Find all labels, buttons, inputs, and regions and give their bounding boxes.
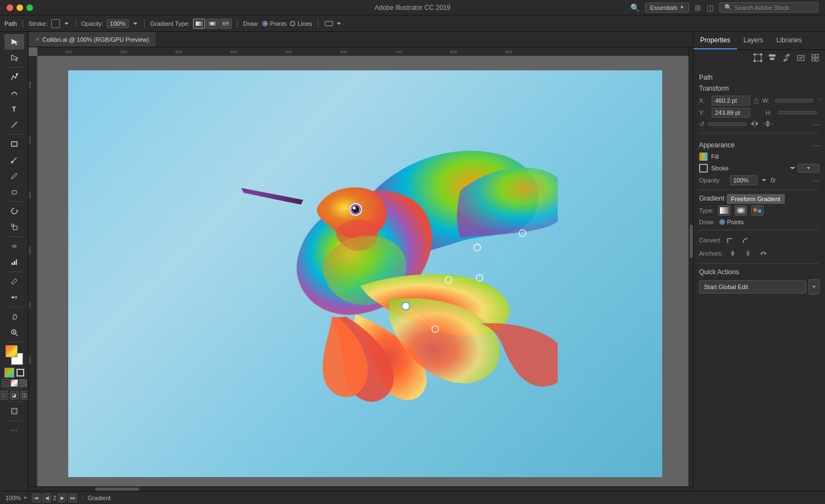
convert-anchor-corner-btn[interactable] [725,235,736,246]
artboard[interactable] [68,70,662,477]
panel-icon[interactable]: ◫ [707,3,714,12]
zoom-dropdown-icon[interactable] [23,496,28,500]
tab-close[interactable]: ✕ [35,36,40,42]
tab-properties[interactable]: Properties [694,32,737,49]
hand-tool[interactable] [4,309,24,324]
pen-tool[interactable] [4,69,24,85]
opacity-arrow-icon[interactable] [761,177,767,184]
scale-tool[interactable] [4,219,24,235]
points-radio[interactable] [262,21,268,26]
draw-inside-btn[interactable]: ◫ [20,391,29,400]
horizontal-scrollbar-thumb[interactable] [95,488,139,491]
link-icon[interactable] [781,52,792,63]
vertical-scrollbar[interactable] [689,47,693,491]
selection-tool[interactable] [4,34,24,49]
pattern-fill-btn[interactable] [19,379,27,387]
zoom-value[interactable]: 100% [6,495,21,501]
flip-horizontal-icon[interactable] [750,120,760,129]
appearance-more-btn[interactable]: ··· [813,141,820,149]
gradient-radial-btn[interactable] [206,19,218,29]
none-fill-btn[interactable]: ◻ [2,379,9,387]
gradient-linear-btn[interactable] [193,19,205,29]
appearance-more-2[interactable]: ··· [813,176,820,185]
stroke-options-icon[interactable] [789,165,796,171]
x-value[interactable]: 460.2 pt [712,96,750,106]
tab-layers[interactable]: Layers [737,32,770,49]
artboard-number[interactable]: 2 [53,495,56,501]
start-global-edit-button[interactable]: Start Global Edit [699,280,806,293]
h-value[interactable] [778,111,817,114]
fill-preview[interactable] [699,152,708,161]
nav-next-btn[interactable]: ▶ [58,494,67,502]
stroke-dropdown[interactable] [798,164,820,173]
flip-vertical-icon[interactable] [763,120,773,129]
rectangle-tool[interactable] [4,136,24,152]
rotate-value[interactable] [708,123,746,126]
nav-last-btn[interactable]: ⏭ [68,494,77,502]
remove-anchor-btn[interactable] [743,248,754,259]
global-edit-dropdown[interactable] [809,279,820,295]
zoom-tool[interactable] [4,325,24,340]
tab-libraries[interactable]: Libraries [770,32,809,49]
nav-first-btn[interactable]: ⏮ [32,494,41,502]
opacity-value[interactable]: 100% [107,19,129,28]
vertical-scrollbar-thumb[interactable] [690,225,693,258]
align-panel-icon[interactable] [767,52,778,63]
horizontal-scrollbar[interactable] [29,486,693,491]
curvature-tool[interactable] [4,85,24,101]
eyedropper-tool[interactable] [4,274,24,289]
convert-anchor-smooth-btn[interactable] [740,235,751,246]
stroke-swatch[interactable] [51,19,60,28]
line-tool[interactable] [4,117,24,132]
constrain-proportions-icon[interactable] [817,97,823,104]
direct-selection-tool[interactable] [4,50,24,65]
artboard-tool[interactable] [4,403,24,419]
tool-sep-7 [6,342,23,342]
y-value[interactable]: 243.89 pt [712,108,750,118]
document-tab[interactable]: ✕ Collibri.ai @ 100% (RGB/GPU Preview) [29,32,156,47]
minimize-button[interactable] [16,4,23,11]
grid-icon[interactable] [810,52,821,63]
opacity-value-prop[interactable]: 100% [730,175,757,185]
dropdown-arrow-icon[interactable] [336,20,342,27]
draw-points-radio[interactable] [719,219,725,225]
stroke-preview[interactable] [699,164,708,173]
pencil-tool[interactable] [4,168,24,184]
search-stock-input[interactable]: 🔍 Search Adobe Stock [719,2,818,13]
transform-panel-icon[interactable] [752,52,763,63]
w-value[interactable] [775,99,813,102]
foreground-color-swatch[interactable] [6,345,18,357]
eraser-tool[interactable] [4,184,24,200]
more-options-btn[interactable]: ··· [813,120,820,129]
type-tool[interactable]: T [4,101,24,117]
maximize-button[interactable] [26,4,33,11]
smooth-anchor-btn[interactable] [758,248,769,259]
draw-normal-btn[interactable]: □ [0,391,8,400]
stroke-color-box[interactable] [16,369,24,376]
freeform-gradient-btn[interactable]: Freeform Gradient [751,206,763,215]
opacity-label: Opacity: [81,20,103,27]
blend-tool[interactable] [4,290,24,305]
column-graph-tool[interactable] [4,254,24,270]
draw-behind-btn[interactable]: ◪ [10,391,19,400]
lines-radio[interactable] [290,21,295,26]
more-tools[interactable]: ··· [4,423,24,438]
add-anchor-btn[interactable] [727,248,738,259]
nav-prev-btn[interactable]: ◀ [42,494,51,502]
paintbrush-tool[interactable] [4,152,24,168]
arrange-icon[interactable]: ⊞ [695,3,701,12]
canvas-wrapper[interactable]: 100 200 300 400 500 600 700 800 900 100 … [29,47,693,491]
gradient-freeform-btn[interactable] [219,19,232,29]
close-button[interactable] [7,4,13,11]
search-icon[interactable]: 🔍 [630,3,640,12]
essentials-button[interactable]: Essentials ▼ [645,3,689,13]
gradient-options-icon[interactable] [324,19,334,29]
embed-icon[interactable] [795,52,806,63]
fill-color-box[interactable] [4,368,14,378]
gradient-fill-btn[interactable] [10,379,18,387]
linear-gradient-btn[interactable] [718,206,730,215]
fx-button[interactable]: fx [771,176,776,184]
radial-gradient-btn[interactable] [735,206,747,215]
warp-tool[interactable] [4,239,24,254]
rotate-tool[interactable] [4,203,24,219]
